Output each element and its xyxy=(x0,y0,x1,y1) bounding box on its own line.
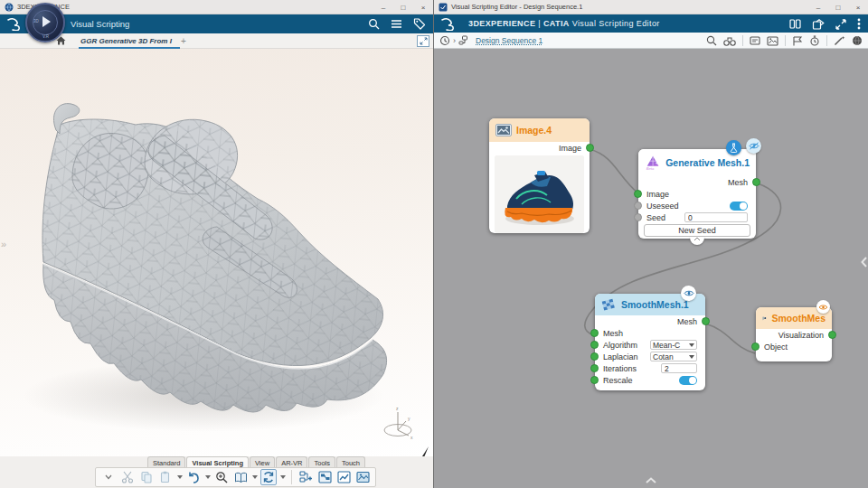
menu-icon[interactable] xyxy=(391,19,402,29)
toolbar-separator xyxy=(785,35,786,46)
3d-compass-widget[interactable]: 3D V.R xyxy=(25,3,65,42)
catalog-book-icon[interactable] xyxy=(232,469,249,485)
input-port-rescale[interactable] xyxy=(590,376,599,384)
chart-icon[interactable] xyxy=(335,469,352,485)
visibility-off-badge[interactable] xyxy=(746,138,761,154)
right-titlebar: Visual Scripting Editor - Design Sequenc… xyxy=(434,0,868,14)
output-port-mesh[interactable] xyxy=(702,317,710,325)
left-brand-icons xyxy=(368,14,426,33)
expand-view-button[interactable] xyxy=(417,35,429,47)
input-port-mesh[interactable] xyxy=(590,329,599,337)
flag-icon[interactable] xyxy=(792,36,803,46)
mesh-shoe-model[interactable] xyxy=(9,70,411,450)
output-port-mesh[interactable] xyxy=(752,178,760,186)
brand-title: 3DEXPERIENCE | CATIA Visual Scripting Ed… xyxy=(468,19,660,28)
panel-expander-right-icon[interactable] xyxy=(861,255,867,271)
maximize-button[interactable]: □ xyxy=(828,0,848,14)
stopwatch-icon[interactable] xyxy=(809,35,820,46)
input-port-seed[interactable] xyxy=(634,213,642,221)
zoom-icon[interactable] xyxy=(213,469,230,485)
cut-icon[interactable] xyxy=(119,469,136,485)
visibility-badge[interactable] xyxy=(816,300,830,314)
share-3d-icon[interactable] xyxy=(812,19,825,30)
copy-icon[interactable] xyxy=(138,469,155,485)
tag-icon[interactable] xyxy=(413,18,426,30)
input-port-image[interactable] xyxy=(634,190,642,198)
image-icon[interactable] xyxy=(767,36,778,46)
globe-icon[interactable] xyxy=(852,35,863,46)
layout-columns-icon[interactable] xyxy=(789,19,801,29)
undo-dropdown-icon[interactable] xyxy=(205,475,211,479)
port-label: Object xyxy=(764,343,788,352)
port-label: Image xyxy=(646,190,669,199)
maximize-button[interactable]: □ xyxy=(393,0,413,14)
visibility-badge[interactable] xyxy=(681,286,696,301)
output-port-image[interactable] xyxy=(586,144,594,152)
kebab-menu-icon[interactable] xyxy=(857,18,861,30)
port-label: Mesh xyxy=(677,317,697,326)
useseed-toggle[interactable] xyxy=(730,202,748,211)
node-generative-mesh[interactable]: Beta + Generative Mesh.1 Mesh Image Uses… xyxy=(638,149,756,239)
input-port-algorithm[interactable] xyxy=(590,341,599,349)
render-screen-icon[interactable] xyxy=(354,469,371,485)
input-port-laplacian[interactable] xyxy=(590,352,599,361)
output-port-visualization[interactable] xyxy=(828,331,836,339)
laplacian-select[interactable]: Cotan xyxy=(650,352,697,361)
brand-name: 3DEXPERIENCE xyxy=(468,19,535,28)
minimize-button[interactable]: – xyxy=(808,0,828,14)
visual-scripting-editor-window: Visual Scripting Editor - Design Sequenc… xyxy=(434,0,868,488)
catalog-dropdown-icon[interactable] xyxy=(252,475,258,479)
close-button[interactable]: × xyxy=(848,0,868,14)
paste-dropdown-icon[interactable] xyxy=(177,475,183,479)
toolbar-overflow-button[interactable] xyxy=(100,469,117,485)
visual-scripting-window: 3DEXPERIENCE – □ × 3D V.R Visual Scripti… xyxy=(0,0,434,488)
3d-viewport[interactable]: » xyxy=(0,49,433,456)
new-seed-button[interactable]: New Seed xyxy=(644,224,750,237)
breadcrumb-chevron-icon[interactable]: › xyxy=(453,36,456,45)
seed-input[interactable] xyxy=(684,212,748,222)
note-icon[interactable] xyxy=(750,36,760,46)
node-image4[interactable]: Image.4 Image xyxy=(489,118,590,233)
port-label: Seed xyxy=(646,213,665,222)
paste-icon[interactable] xyxy=(157,469,174,485)
node-title: SmoothMes xyxy=(771,313,826,324)
port-label: Mesh xyxy=(728,178,748,187)
history-icon[interactable] xyxy=(439,35,450,46)
input-port-iterations[interactable] xyxy=(590,364,599,372)
expand-arrows-icon xyxy=(420,37,428,45)
beta-flask-badge[interactable] xyxy=(726,140,741,155)
minimize-button[interactable]: – xyxy=(373,0,393,14)
desktop: 3DEXPERIENCE – □ × 3D V.R Visual Scripti… xyxy=(0,0,868,488)
bottom-dock: Standard Visual Scripting View AR-VR Too… xyxy=(0,456,433,488)
node-graph-canvas[interactable]: Image.4 Image xyxy=(434,49,868,488)
input-port-object[interactable] xyxy=(751,343,760,351)
update-sync-icon[interactable] xyxy=(260,469,277,485)
algorithm-select[interactable]: Mean-C xyxy=(650,340,697,350)
undo-icon[interactable] xyxy=(185,469,202,485)
panel-expander-bottom-icon[interactable] xyxy=(646,471,656,487)
find-binoculars-icon[interactable] xyxy=(723,36,736,46)
panel-expander-icon[interactable]: » xyxy=(1,239,6,249)
right-brand-icons xyxy=(789,14,861,33)
breadcrumb-link[interactable]: Design Sequence 1 xyxy=(476,36,542,45)
input-port-useseed[interactable] xyxy=(634,202,642,210)
wand-icon[interactable] xyxy=(834,35,845,46)
zoom-icon[interactable] xyxy=(706,35,717,46)
rescale-toggle[interactable] xyxy=(679,376,697,385)
document-tab[interactable]: GGR Generative 3D From I xyxy=(80,33,172,49)
new-tab-button[interactable]: + xyxy=(181,36,186,46)
update-dropdown-icon[interactable] xyxy=(280,475,286,479)
close-button[interactable]: × xyxy=(413,0,433,14)
eye-icon-orange xyxy=(818,304,828,311)
port-row-image-out: Image xyxy=(489,142,590,154)
iterations-input[interactable] xyxy=(661,363,697,373)
search-icon[interactable] xyxy=(368,18,380,30)
editor-toolbar-icons xyxy=(706,33,863,49)
node-smooth-mesh-visualization[interactable]: SmoothMes Visualization Object xyxy=(756,307,832,361)
axis-triad-widget[interactable]: z y x xyxy=(378,403,420,445)
node-smooth-mesh[interactable]: SmoothMesh.1 Mesh Mesh Algorithm Mean-C xyxy=(595,294,705,390)
add-node-graph-icon[interactable] xyxy=(297,469,314,485)
port-label: Laplacian xyxy=(603,352,638,361)
fullscreen-icon[interactable] xyxy=(835,19,846,30)
node-editor-icon[interactable] xyxy=(316,469,333,485)
